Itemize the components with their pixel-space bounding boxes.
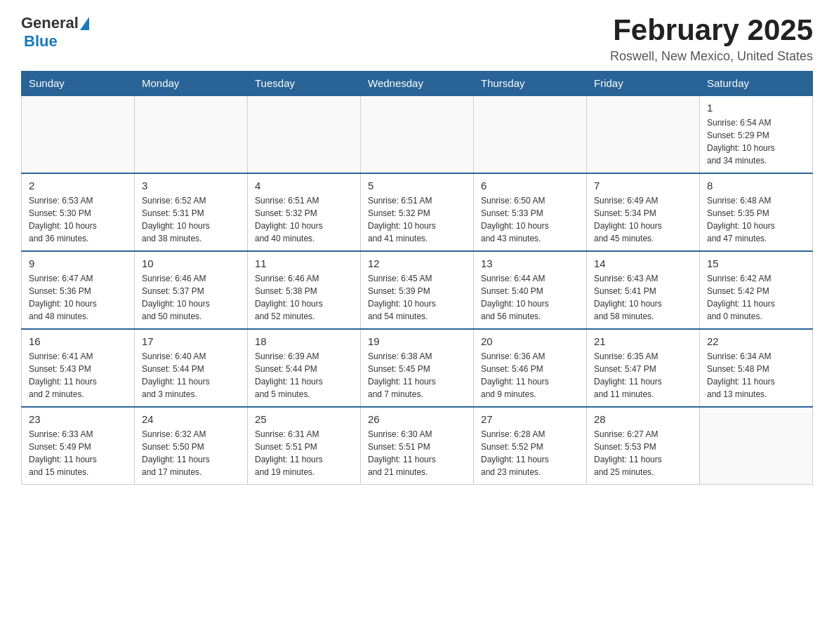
day-number: 27 xyxy=(481,413,579,425)
day-number: 6 xyxy=(481,180,579,192)
day-number: 10 xyxy=(142,257,240,269)
calendar-day: 14Sunrise: 6:43 AMSunset: 5:41 PMDayligh… xyxy=(587,251,700,329)
day-info: Sunrise: 6:50 AMSunset: 5:33 PMDaylight:… xyxy=(481,194,579,245)
calendar-day: 9Sunrise: 6:47 AMSunset: 5:36 PMDaylight… xyxy=(22,251,135,329)
calendar-day: 12Sunrise: 6:45 AMSunset: 5:39 PMDayligh… xyxy=(361,251,474,329)
calendar-day: 11Sunrise: 6:46 AMSunset: 5:38 PMDayligh… xyxy=(248,251,361,329)
day-info: Sunrise: 6:42 AMSunset: 5:42 PMDaylight:… xyxy=(707,272,805,323)
day-info: Sunrise: 6:39 AMSunset: 5:44 PMDaylight:… xyxy=(255,350,353,401)
calendar-day: 8Sunrise: 6:48 AMSunset: 5:35 PMDaylight… xyxy=(700,173,813,251)
day-info: Sunrise: 6:30 AMSunset: 5:51 PMDaylight:… xyxy=(368,428,466,478)
calendar-day xyxy=(474,95,587,173)
logo-text-general: General xyxy=(21,14,79,32)
day-info: Sunrise: 6:32 AMSunset: 5:50 PMDaylight:… xyxy=(142,428,240,478)
day-info: Sunrise: 6:51 AMSunset: 5:32 PMDaylight:… xyxy=(255,194,353,245)
calendar-day: 26Sunrise: 6:30 AMSunset: 5:51 PMDayligh… xyxy=(361,407,474,485)
day-number: 11 xyxy=(255,257,353,269)
day-number: 13 xyxy=(481,257,579,269)
day-number: 25 xyxy=(255,413,353,425)
day-header-wednesday: Wednesday xyxy=(361,72,474,96)
day-number: 20 xyxy=(481,335,579,347)
day-info: Sunrise: 6:54 AMSunset: 5:29 PMDaylight:… xyxy=(707,116,805,167)
day-header-sunday: Sunday xyxy=(22,72,135,96)
logo-triangle-icon xyxy=(80,17,89,30)
week-row-5: 23Sunrise: 6:33 AMSunset: 5:49 PMDayligh… xyxy=(22,407,813,485)
day-number: 18 xyxy=(255,335,353,347)
day-info: Sunrise: 6:31 AMSunset: 5:51 PMDaylight:… xyxy=(255,428,353,478)
calendar-day: 27Sunrise: 6:28 AMSunset: 5:52 PMDayligh… xyxy=(474,407,587,485)
calendar-day: 19Sunrise: 6:38 AMSunset: 5:45 PMDayligh… xyxy=(361,329,474,407)
week-row-4: 16Sunrise: 6:41 AMSunset: 5:43 PMDayligh… xyxy=(22,329,813,407)
calendar-day: 2Sunrise: 6:53 AMSunset: 5:30 PMDaylight… xyxy=(22,173,135,251)
day-info: Sunrise: 6:27 AMSunset: 5:53 PMDaylight:… xyxy=(594,428,692,478)
day-number: 1 xyxy=(707,102,805,114)
day-number: 23 xyxy=(29,413,127,425)
week-row-1: 1Sunrise: 6:54 AMSunset: 5:29 PMDaylight… xyxy=(22,95,813,173)
calendar-day: 23Sunrise: 6:33 AMSunset: 5:49 PMDayligh… xyxy=(22,407,135,485)
day-info: Sunrise: 6:40 AMSunset: 5:44 PMDaylight:… xyxy=(142,350,240,401)
day-header-saturday: Saturday xyxy=(700,72,813,96)
week-row-3: 9Sunrise: 6:47 AMSunset: 5:36 PMDaylight… xyxy=(22,251,813,329)
day-number: 14 xyxy=(594,257,692,269)
calendar-day: 28Sunrise: 6:27 AMSunset: 5:53 PMDayligh… xyxy=(587,407,700,485)
day-info: Sunrise: 6:46 AMSunset: 5:38 PMDaylight:… xyxy=(255,272,353,323)
calendar-day: 24Sunrise: 6:32 AMSunset: 5:50 PMDayligh… xyxy=(135,407,248,485)
day-number: 8 xyxy=(707,180,805,192)
calendar-day: 21Sunrise: 6:35 AMSunset: 5:47 PMDayligh… xyxy=(587,329,700,407)
calendar-day xyxy=(248,95,361,173)
day-info: Sunrise: 6:53 AMSunset: 5:30 PMDaylight:… xyxy=(29,194,127,245)
day-info: Sunrise: 6:45 AMSunset: 5:39 PMDaylight:… xyxy=(368,272,466,323)
day-info: Sunrise: 6:38 AMSunset: 5:45 PMDaylight:… xyxy=(368,350,466,401)
month-title: February 2025 xyxy=(610,14,813,46)
day-number: 5 xyxy=(368,180,466,192)
calendar-day: 22Sunrise: 6:34 AMSunset: 5:48 PMDayligh… xyxy=(700,329,813,407)
day-number: 15 xyxy=(707,257,805,269)
logo: General Blue xyxy=(21,14,89,51)
day-info: Sunrise: 6:46 AMSunset: 5:37 PMDaylight:… xyxy=(142,272,240,323)
day-number: 17 xyxy=(142,335,240,347)
title-area: February 2025 Roswell, New Mexico, Unite… xyxy=(610,14,813,64)
calendar-day: 3Sunrise: 6:52 AMSunset: 5:31 PMDaylight… xyxy=(135,173,248,251)
day-number: 24 xyxy=(142,413,240,425)
calendar-day: 15Sunrise: 6:42 AMSunset: 5:42 PMDayligh… xyxy=(700,251,813,329)
day-info: Sunrise: 6:52 AMSunset: 5:31 PMDaylight:… xyxy=(142,194,240,245)
day-number: 28 xyxy=(594,413,692,425)
day-header-thursday: Thursday xyxy=(474,72,587,96)
calendar-day: 4Sunrise: 6:51 AMSunset: 5:32 PMDaylight… xyxy=(248,173,361,251)
day-header-friday: Friday xyxy=(587,72,700,96)
day-number: 26 xyxy=(368,413,466,425)
calendar-day: 17Sunrise: 6:40 AMSunset: 5:44 PMDayligh… xyxy=(135,329,248,407)
calendar-day: 18Sunrise: 6:39 AMSunset: 5:44 PMDayligh… xyxy=(248,329,361,407)
day-number: 16 xyxy=(29,335,127,347)
day-number: 4 xyxy=(255,180,353,192)
day-info: Sunrise: 6:41 AMSunset: 5:43 PMDaylight:… xyxy=(29,350,127,401)
calendar-day: 6Sunrise: 6:50 AMSunset: 5:33 PMDaylight… xyxy=(474,173,587,251)
calendar-day: 7Sunrise: 6:49 AMSunset: 5:34 PMDaylight… xyxy=(587,173,700,251)
day-header-tuesday: Tuesday xyxy=(248,72,361,96)
calendar-day xyxy=(587,95,700,173)
calendar-day: 1Sunrise: 6:54 AMSunset: 5:29 PMDaylight… xyxy=(700,95,813,173)
day-info: Sunrise: 6:51 AMSunset: 5:32 PMDaylight:… xyxy=(368,194,466,245)
day-info: Sunrise: 6:49 AMSunset: 5:34 PMDaylight:… xyxy=(594,194,692,245)
calendar-day: 20Sunrise: 6:36 AMSunset: 5:46 PMDayligh… xyxy=(474,329,587,407)
calendar-header-row: SundayMondayTuesdayWednesdayThursdayFrid… xyxy=(22,72,813,96)
calendar-day xyxy=(700,407,813,485)
day-info: Sunrise: 6:28 AMSunset: 5:52 PMDaylight:… xyxy=(481,428,579,478)
day-number: 19 xyxy=(368,335,466,347)
day-number: 9 xyxy=(29,257,127,269)
calendar-table: SundayMondayTuesdayWednesdayThursdayFrid… xyxy=(21,71,813,485)
day-number: 2 xyxy=(29,180,127,192)
calendar-day: 25Sunrise: 6:31 AMSunset: 5:51 PMDayligh… xyxy=(248,407,361,485)
day-info: Sunrise: 6:48 AMSunset: 5:35 PMDaylight:… xyxy=(707,194,805,245)
calendar-day xyxy=(135,95,248,173)
location-title: Roswell, New Mexico, United States xyxy=(610,49,813,64)
calendar-day: 10Sunrise: 6:46 AMSunset: 5:37 PMDayligh… xyxy=(135,251,248,329)
day-info: Sunrise: 6:34 AMSunset: 5:48 PMDaylight:… xyxy=(707,350,805,401)
day-header-monday: Monday xyxy=(135,72,248,96)
day-number: 3 xyxy=(142,180,240,192)
day-info: Sunrise: 6:47 AMSunset: 5:36 PMDaylight:… xyxy=(29,272,127,323)
day-number: 21 xyxy=(594,335,692,347)
logo-text-blue: Blue xyxy=(24,32,58,50)
calendar-day xyxy=(361,95,474,173)
day-info: Sunrise: 6:43 AMSunset: 5:41 PMDaylight:… xyxy=(594,272,692,323)
